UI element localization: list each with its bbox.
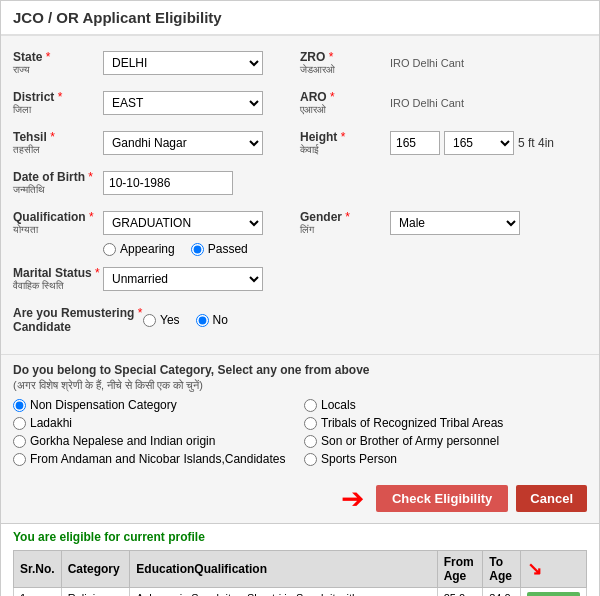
appearing-radio[interactable] xyxy=(103,243,116,256)
qualification-select[interactable]: GRADUATION xyxy=(103,211,263,235)
main-page: JCO / OR Applicant Eligibility State * र… xyxy=(0,0,600,596)
apply-button[interactable]: Apply xyxy=(527,592,580,596)
state-field: State * राज्य DELHI xyxy=(13,46,300,80)
qualification-field: Qualification * योग्यता GRADUATION Appea… xyxy=(13,206,300,256)
cat-locals-radio[interactable] xyxy=(304,399,317,412)
cell-from-age: 25.0 xyxy=(437,588,483,597)
cat-sports-radio[interactable] xyxy=(304,453,317,466)
cat-gorkha[interactable]: Gorkha Nepalese and Indian origin xyxy=(13,434,296,448)
cat-ladakhi[interactable]: Ladakhi xyxy=(13,416,296,430)
zro-field: ZRO * जेडआरओ IRO Delhi Cant xyxy=(300,46,587,80)
appearing-section: Appearing Passed xyxy=(103,242,300,256)
passed-option[interactable]: Passed xyxy=(191,242,248,256)
cat-andaman-radio[interactable] xyxy=(13,453,26,466)
state-label: State * राज्य xyxy=(13,50,103,76)
remustering-label: Are you Remustering * Candidate xyxy=(13,306,143,334)
col-category: Category xyxy=(61,551,130,588)
cat-non-disp[interactable]: Non Dispensation Category xyxy=(13,398,296,412)
remustering-no-radio[interactable] xyxy=(196,314,209,327)
marital-select[interactable]: Unmarried xyxy=(103,267,263,291)
appearing-option[interactable]: Appearing xyxy=(103,242,175,256)
dob-field: Date of Birth * जन्मतिथि xyxy=(13,166,300,200)
cell-category: Religious Teacher xyxy=(61,588,130,597)
col-srno: Sr.No. xyxy=(14,551,62,588)
eligible-text: You are eligible for current profile xyxy=(13,530,205,544)
table-row: 1 Religious Teacher Acharya in Sanskrit … xyxy=(14,588,587,597)
height-field: Height * केवाई 165 5 ft 4in xyxy=(300,126,587,160)
marital-field: Marital Status * वैवाहिक स्थिति Unmarrie… xyxy=(13,262,300,296)
gender-label: Gender * लिंग xyxy=(300,210,390,236)
col-from-age: From Age xyxy=(437,551,483,588)
special-category-section: Do you belong to Special Category, Selec… xyxy=(1,354,599,474)
col-to-age: To Age xyxy=(483,551,520,588)
remustering-yes-radio[interactable] xyxy=(143,314,156,327)
aro-label: ARO * एआरओ xyxy=(300,90,390,116)
district-select[interactable]: EAST xyxy=(103,91,263,115)
cancel-button[interactable]: Cancel xyxy=(516,485,587,512)
dob-label: Date of Birth * जन्मतिथि xyxy=(13,170,103,196)
passed-radio[interactable] xyxy=(191,243,204,256)
gender-field: Gender * लिंग Male xyxy=(300,206,587,240)
page-title: JCO / OR Applicant Eligibility xyxy=(1,1,599,36)
height-display: 5 ft 4in xyxy=(518,136,554,150)
cat-gorkha-radio[interactable] xyxy=(13,435,26,448)
tehsil-row: Tehsil * तहसील Gandhi Nagar Height * केव… xyxy=(13,126,587,160)
remustering-no-option[interactable]: No xyxy=(196,313,228,327)
cat-son-brother[interactable]: Son or Brother of Army personnel xyxy=(304,434,587,448)
table-header-row: Sr.No. Category EducationQualification F… xyxy=(14,551,587,588)
check-eligibility-button[interactable]: Check Eligibility xyxy=(376,485,508,512)
special-cat-subtitle: (अगर विशेष श्रेणी के हैं, नीचे से किसी ए… xyxy=(13,379,587,392)
cat-tribals[interactable]: Tribals of Recognized Tribal Areas xyxy=(304,416,587,430)
apply-arrow-icon: ↘ xyxy=(527,559,542,579)
gender-select[interactable]: Male xyxy=(390,211,520,235)
eligible-bar: You are eligible for current profile xyxy=(1,523,599,550)
cell-qualification: Acharya in Sanskrit or Shastri in Sanskr… xyxy=(130,588,437,597)
remustering-field: Are you Remustering * Candidate Yes No xyxy=(13,302,587,338)
aro-value: IRO Delhi Cant xyxy=(390,97,464,109)
col-qualification: EducationQualification xyxy=(130,551,437,588)
dob-input[interactable] xyxy=(103,171,233,195)
tehsil-select[interactable]: Gandhi Nagar xyxy=(103,131,263,155)
cat-sports[interactable]: Sports Person xyxy=(304,452,587,466)
marital-label: Marital Status * वैवाहिक स्थिति xyxy=(13,266,103,292)
cell-srno: 1 xyxy=(14,588,62,597)
zro-value: IRO Delhi Cant xyxy=(390,57,464,69)
cat-locals[interactable]: Locals xyxy=(304,398,587,412)
button-row: ➔ Check Eligibility Cancel xyxy=(1,474,599,523)
col-action: ↘ xyxy=(520,551,586,588)
special-cat-title: Do you belong to Special Category, Selec… xyxy=(13,363,587,377)
cat-son-brother-radio[interactable] xyxy=(304,435,317,448)
height-section: 165 5 ft 4in xyxy=(390,131,554,155)
marital-row: Marital Status * वैवाहिक स्थिति Unmarrie… xyxy=(13,262,587,296)
cat-tribals-radio[interactable] xyxy=(304,417,317,430)
aro-field: ARO * एआरओ IRO Delhi Cant xyxy=(300,86,587,120)
cat-andaman[interactable]: From Andaman and Nicobar Islands,Candida… xyxy=(13,452,296,466)
dob-row: Date of Birth * जन्मतिथि xyxy=(13,166,587,200)
state-select[interactable]: DELHI xyxy=(103,51,263,75)
remustering-yes-option[interactable]: Yes xyxy=(143,313,180,327)
height-input[interactable] xyxy=(390,131,440,155)
remustering-row: Are you Remustering * Candidate Yes No xyxy=(13,302,587,338)
category-grid: Non Dispensation Category Locals Ladakhi… xyxy=(13,398,587,466)
cat-non-disp-radio[interactable] xyxy=(13,399,26,412)
qualification-row: Qualification * योग्यता GRADUATION Appea… xyxy=(13,206,587,256)
state-row: State * राज्य DELHI ZRO * जेडआरओ IRO Del… xyxy=(13,46,587,80)
arrow-icon: ➔ xyxy=(341,482,364,515)
district-label: District * जिला xyxy=(13,90,103,116)
height-label: Height * केवाई xyxy=(300,130,390,156)
form-container: State * राज्य DELHI ZRO * जेडआरओ IRO Del… xyxy=(1,36,599,354)
cat-ladakhi-radio[interactable] xyxy=(13,417,26,430)
result-table: Sr.No. Category EducationQualification F… xyxy=(13,550,587,596)
zro-label: ZRO * जेडआरओ xyxy=(300,50,390,76)
result-section: Sr.No. Category EducationQualification F… xyxy=(1,550,599,596)
district-field: District * जिला EAST xyxy=(13,86,300,120)
tehsil-label: Tehsil * तहसील xyxy=(13,130,103,156)
district-row: District * जिला EAST ARO * एआरओ IRO Delh… xyxy=(13,86,587,120)
height-unit-select[interactable]: 165 xyxy=(444,131,514,155)
cell-apply: Apply xyxy=(520,588,586,597)
qualification-label: Qualification * योग्यता xyxy=(13,210,103,236)
cell-to-age: 34.0 xyxy=(483,588,520,597)
tehsil-field: Tehsil * तहसील Gandhi Nagar xyxy=(13,126,300,160)
